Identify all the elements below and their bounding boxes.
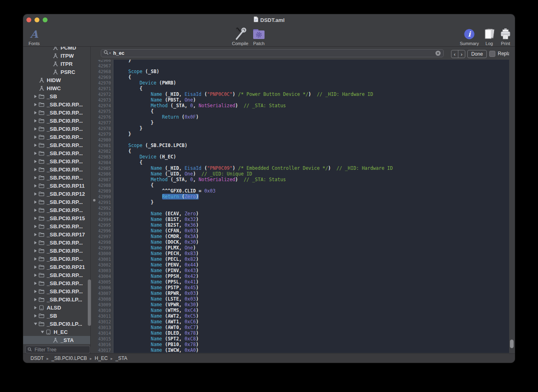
code-line[interactable]: 42982 { [98, 148, 509, 154]
splitter-handle[interactable] [93, 199, 95, 201]
tree-item[interactable]: _SB.PCI0.RP... [23, 279, 90, 287]
code-line[interactable]: 42992 [98, 205, 509, 211]
done-button[interactable]: Done [467, 50, 487, 58]
tree-item[interactable]: H_EC [23, 328, 90, 336]
filter-input[interactable] [34, 347, 88, 353]
tree-item[interactable]: PCMD [23, 47, 90, 52]
tree-item[interactable]: _SB.PCI0.RP... [23, 141, 90, 149]
code-line[interactable]: 43016 Name (PB10, 0x78) [98, 342, 509, 347]
code-line[interactable]: 43017 Name (IWCW, 0xA0) [98, 347, 509, 353]
code-line[interactable]: 43005 Name (PPSL, 0x41) [98, 279, 509, 285]
disclosure-triangle[interactable] [33, 103, 38, 106]
tree-item[interactable]: _SB.PCI0.LP... [23, 295, 90, 303]
clear-icon[interactable] [435, 50, 441, 56]
disclosure-triangle[interactable] [33, 176, 38, 180]
disclosure-triangle[interactable] [33, 192, 38, 196]
disclosure-triangle[interactable] [33, 111, 38, 115]
tree-item[interactable]: _SB.PCI0.RP... [23, 125, 90, 133]
code-line[interactable]: 42974 Method (_STA, 0, NotSerialized) //… [98, 103, 509, 108]
disclosure-triangle[interactable] [33, 323, 38, 325]
code-line[interactable]: 42968 Scope (_SB) [98, 69, 509, 74]
code-line[interactable]: 43003 Name (PINV, 0x43) [98, 268, 509, 273]
tree-item[interactable]: _SB.PCI0.RP... [23, 238, 90, 247]
code-line[interactable]: 42997 Name (CMDR, 0x3A) [98, 234, 509, 239]
code-line[interactable]: 43002 Name (PENV, 0x44) [98, 262, 509, 268]
disclosure-triangle[interactable] [33, 208, 38, 212]
code-line[interactable]: 42966 } [98, 60, 509, 63]
code-line[interactable]: 43001 Name (PECL, 0x82) [98, 256, 509, 262]
code-line[interactable]: 43012 Name (AWT1, 0xC6) [98, 319, 509, 325]
code-line[interactable]: 43004 Name (PPSH, 0x42) [98, 273, 509, 279]
disclosure-triangle[interactable] [33, 306, 38, 310]
disclosure-triangle[interactable] [33, 282, 38, 285]
code-line[interactable]: 42980 [98, 137, 509, 143]
code-line[interactable]: 42986 Name (_UID, One) // _UID: Unique I… [98, 171, 509, 177]
code-line[interactable]: 43010 Name (WTMS, 0xC4) [98, 308, 509, 313]
disclosure-triangle[interactable] [33, 168, 38, 171]
patch-button[interactable]: Patch [246, 27, 272, 46]
tree-item[interactable]: _SB.PCI0.RP... [23, 198, 90, 206]
disclosure-triangle[interactable] [33, 143, 38, 147]
sidebar-scrollbar[interactable] [88, 279, 91, 326]
disclosure-triangle[interactable] [33, 265, 38, 269]
breadcrumb-item[interactable]: _STA [115, 355, 127, 361]
code-editor[interactable]: 42966 }4296742968 Scope (_SB)42969 {4297… [98, 60, 509, 353]
code-line[interactable]: 42988 { [98, 182, 509, 188]
tree-item[interactable]: _SB.PCI0.RP... [23, 149, 90, 157]
code-line[interactable]: 42981 Scope (_SB.PCI0.LPCB) [98, 143, 509, 148]
tree-item[interactable]: _SB.PCI0.RP... [23, 222, 90, 230]
replace-checkbox[interactable] [489, 51, 495, 57]
tree-item[interactable]: _SB.PCI0.RP15 [23, 214, 90, 222]
find-previous-button[interactable]: ‹ [451, 50, 458, 58]
disclosure-triangle[interactable] [33, 233, 38, 236]
disclosure-triangle[interactable] [33, 152, 38, 155]
disclosure-triangle[interactable] [33, 225, 38, 228]
breadcrumb-item[interactable]: H_EC [95, 355, 108, 361]
code-line[interactable]: 42976 Return (0x0F) [98, 114, 509, 120]
print-button[interactable]: Print [492, 27, 515, 46]
breadcrumb-item[interactable]: DSDT [30, 355, 44, 361]
tree-item[interactable]: ALSD [23, 303, 90, 312]
tree-item[interactable]: _SB.PCI0.RP12 [23, 190, 90, 198]
find-input[interactable] [113, 50, 434, 56]
tree-item[interactable]: _SB.PCI0.LP... [23, 320, 90, 328]
code-line[interactable]: 42985 Name (_HID, EisaId ("PNP0C09") /* … [98, 165, 509, 171]
code-line[interactable]: 43007 Name (RPWR, 0x03) [98, 290, 509, 296]
navigator-tree[interactable]: PCMDITPWITPRPSRCHIDWHIWC_SB_SB.PCI0.RP..… [23, 47, 90, 346]
find-search-field[interactable]: ▾ [101, 49, 444, 57]
disclosure-triangle[interactable] [33, 249, 38, 253]
tree-item[interactable]: HIDW [23, 76, 90, 84]
code-line[interactable]: 42996 Name (CFAN, 0x03) [98, 228, 509, 234]
disclosure-triangle[interactable] [33, 200, 38, 204]
tree-item[interactable]: _SB.PCI0.RP17 [23, 230, 90, 238]
tree-item[interactable]: _SB.PCI0.RP... [23, 206, 90, 214]
tree-item[interactable]: _SB.PCI0.RP... [23, 133, 90, 141]
search-scope-chevron-icon[interactable]: ▾ [109, 52, 111, 55]
code-line[interactable]: 42983 Device (H_EC) [98, 154, 509, 160]
code-line[interactable]: 42970 Device (PWRB) [98, 80, 509, 86]
editor-scrollbar[interactable] [510, 340, 514, 348]
tree-item[interactable]: _SB.PCI0.RP... [23, 247, 90, 255]
fonts-button[interactable]: A Fonts [23, 27, 47, 46]
tree-item[interactable]: _SB [23, 312, 90, 320]
tree-item[interactable]: _SB [23, 92, 90, 100]
disclosure-triangle[interactable] [33, 273, 38, 277]
tree-item[interactable]: PSRC [23, 68, 90, 76]
find-next-button[interactable]: › [458, 50, 465, 58]
filter-field[interactable] [25, 346, 90, 353]
code-line[interactable]: 43011 Name (AWT2, 0xC5) [98, 313, 509, 319]
tree-item[interactable]: _SB.PCI0.RP11 [23, 182, 90, 190]
code-line[interactable]: 43000 Name (PECH, 0x83) [98, 251, 509, 256]
code-line[interactable]: 42987 Method (_STA, 0, NotSerialized) //… [98, 177, 509, 182]
tree-item[interactable]: _SB.PCI0.RP... [23, 157, 90, 165]
code-line[interactable]: 42984 { [98, 160, 509, 165]
disclosure-triangle[interactable] [33, 298, 38, 301]
tree-item[interactable]: _SB.PCI0.RP... [23, 165, 90, 173]
code-line[interactable]: 42989 ^^^GFX0.CLID = 0x03 [98, 188, 509, 194]
code-line[interactable]: 42978 } [98, 126, 509, 131]
code-line[interactable]: 42967 [98, 63, 509, 69]
disclosure-triangle[interactable] [33, 290, 38, 293]
tree-item[interactable]: _SB.PCI0.RP21 [23, 263, 90, 271]
code-line[interactable]: 42979 } [98, 131, 509, 137]
code-line[interactable]: 42998 Name (DOCK, 0x30) [98, 239, 509, 245]
